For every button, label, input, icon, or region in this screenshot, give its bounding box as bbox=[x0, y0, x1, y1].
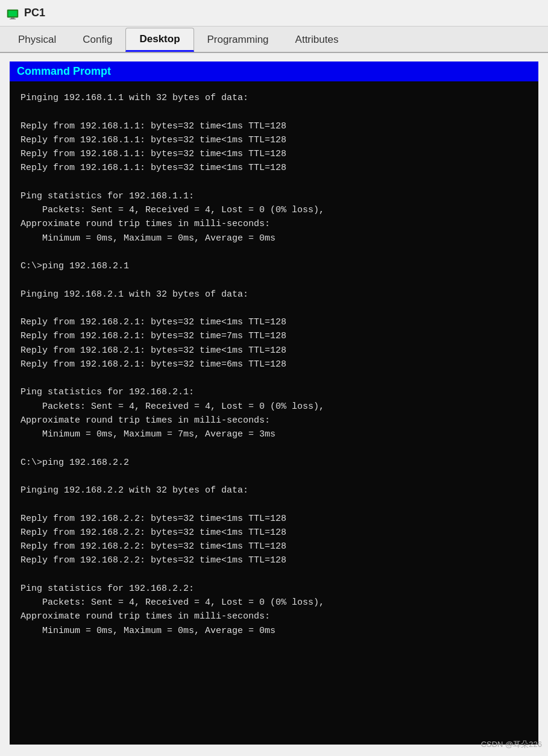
tab-config[interactable]: Config bbox=[69, 28, 125, 52]
app-icon bbox=[6, 7, 19, 20]
tab-desktop[interactable]: Desktop bbox=[125, 28, 194, 52]
tab-bar: Physical Config Desktop Programming Attr… bbox=[0, 27, 548, 53]
svg-rect-3 bbox=[10, 19, 16, 19]
terminal-output[interactable]: Pinging 192.168.1.1 with 32 bytes of dat… bbox=[10, 81, 538, 745]
svg-rect-2 bbox=[11, 17, 14, 19]
main-content: Command Prompt Pinging 192.168.1.1 with … bbox=[0, 53, 548, 753]
watermark: CSDN @耳朵226 bbox=[481, 739, 542, 750]
tab-attributes[interactable]: Attributes bbox=[282, 28, 352, 52]
window-title: PC1 bbox=[24, 7, 45, 19]
tab-physical[interactable]: Physical bbox=[5, 28, 69, 52]
cmd-prompt-header: Command Prompt bbox=[10, 61, 538, 81]
title-bar: PC1 bbox=[0, 0, 548, 27]
svg-rect-1 bbox=[8, 11, 17, 16]
tab-programming[interactable]: Programming bbox=[194, 28, 282, 52]
